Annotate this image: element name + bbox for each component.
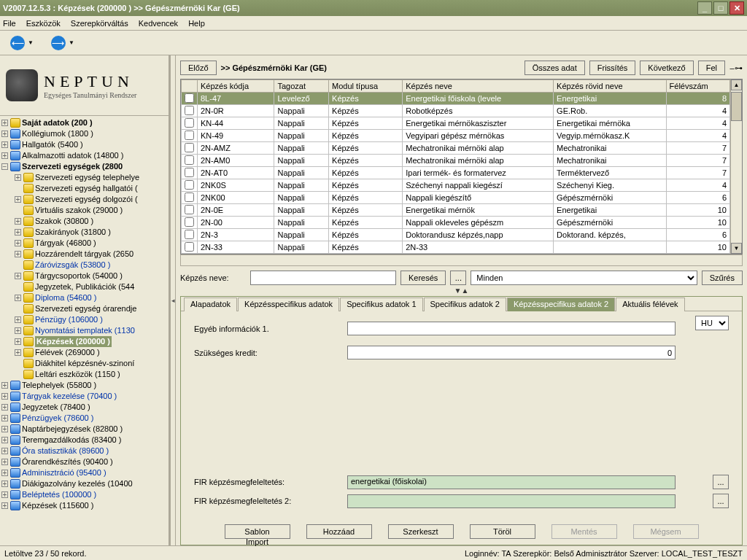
menu-szerepkörváltás[interactable]: Szerepkörváltás (71, 19, 128, 28)
prev-button[interactable]: Előző (180, 61, 217, 75)
tree-twisty-icon[interactable]: + (1, 393, 8, 400)
tree-item[interactable]: +Tárgycsoportok (54000 ) (1, 271, 169, 281)
tree-item[interactable]: Szervezeti egység hallgatói ( (1, 183, 169, 194)
tree-twisty-icon[interactable]: + (15, 218, 21, 225)
menu-kedvencek[interactable]: Kedvencek (139, 19, 178, 28)
tree-item[interactable]: +Képzések (200000 ) (1, 336, 169, 347)
menu-eszközök[interactable]: Eszközök (26, 19, 61, 28)
row-checkbox[interactable] (185, 155, 194, 165)
tree-item[interactable]: +Beléptetés (100000 ) (1, 489, 169, 500)
scroll-up-icon[interactable]: ▲ (731, 79, 742, 90)
tree-twisty-icon[interactable]: + (15, 295, 21, 301)
minimize-button[interactable]: _ (697, 1, 712, 15)
row-checkbox[interactable] (185, 106, 194, 115)
tree-twisty-icon[interactable]: + (1, 152, 8, 159)
menu-file[interactable]: File (3, 19, 16, 28)
tree-item[interactable]: +Tárgyak kezelése (70400 ) (1, 391, 169, 402)
tree-item[interactable]: +Órarendkészítés (90400 ) (1, 456, 169, 467)
tree-item[interactable]: +Diploma (54600 ) (1, 292, 169, 303)
tree-item[interactable]: +Pénzügyek (78600 ) (1, 413, 169, 424)
tree-item[interactable]: Diákhitel képzésnév-szinoní (1, 358, 169, 369)
table-row[interactable]: 2N-AMZNappaliKépzésMechatronikai mérnöki… (182, 142, 730, 155)
tab[interactable]: Alapadatok (184, 298, 237, 311)
up-button[interactable]: Fel (698, 61, 725, 75)
tree-item[interactable]: Jegyzetek, Publikációk (544 (1, 281, 169, 292)
row-checkbox[interactable] (185, 230, 194, 239)
tree-twisty-icon[interactable]: + (1, 491, 8, 498)
credit-input[interactable] (347, 346, 676, 359)
tree-item[interactable]: +Kollégiumok (1800 ) (1, 128, 169, 139)
grid-col-header[interactable]: Félévszám (666, 80, 729, 93)
grid-col-header[interactable] (182, 80, 198, 93)
tree-item[interactable]: +Alkalmazotti adatok (14800 ) (1, 150, 169, 161)
search-button[interactable]: Keresés (400, 271, 446, 285)
tree-twisty-icon[interactable]: + (15, 327, 21, 334)
tree-item[interactable]: +Telephelyek (55800 ) (1, 380, 169, 391)
table-row[interactable]: 2N-00NappaliKépzésNappali okleveles gépé… (182, 217, 730, 229)
tree-twisty-icon[interactable]: + (15, 273, 21, 279)
fir2-browse-button[interactable]: ... (713, 494, 729, 508)
tree-twisty-icon[interactable]: + (1, 131, 8, 137)
tree-twisty-icon[interactable]: + (1, 426, 8, 432)
tree-item[interactable]: +Óra statisztikák (89600 ) (1, 446, 169, 456)
row-checkbox[interactable] (185, 131, 194, 140)
tree-item[interactable]: +Jegyzetek (78400 ) (1, 402, 169, 413)
tree-item[interactable]: +Hallgatók (5400 ) (1, 139, 169, 150)
grid-col-header[interactable]: Képzés neve (403, 80, 554, 93)
tree-twisty-icon[interactable]: + (15, 174, 21, 181)
tree-twisty-icon[interactable]: + (15, 229, 21, 236)
tree-twisty-icon[interactable]: + (15, 240, 21, 246)
tree-twisty-icon[interactable]: + (1, 120, 8, 126)
tab[interactable]: Képzésspecifikus adatok (238, 298, 339, 311)
tree-item[interactable]: +Teremgazdálkodás (83400 ) (1, 435, 169, 446)
table-row[interactable]: 2N-0ENappaliKépzésEnergetikai mérnökEner… (182, 204, 730, 217)
scroll-down-icon[interactable]: ▼ (731, 243, 742, 254)
tree-twisty-icon[interactable]: + (1, 502, 8, 509)
fir1-browse-button[interactable]: ... (713, 475, 729, 489)
grid-table[interactable]: Képzés kódjaTagozatModul típusaKépzés ne… (181, 79, 730, 254)
table-row[interactable]: 2NK00NappaliKépzésNappali kiegészítőGépé… (182, 192, 730, 204)
tab[interactable]: Specifikus adatok 1 (340, 298, 422, 311)
tree-twisty-icon[interactable]: + (15, 316, 21, 323)
refresh-button[interactable]: Frissítés (589, 61, 636, 75)
tree-twisty-icon[interactable]: + (15, 338, 21, 345)
grid-col-header[interactable]: Képzés kódja (198, 80, 274, 93)
row-checkbox[interactable] (185, 205, 194, 214)
tree-twisty-icon[interactable]: + (1, 470, 8, 476)
tab[interactable]: Képzésspecifikus adatok 2 (507, 298, 615, 311)
tree-item[interactable]: +Szervezeti egység dolgozói ( (1, 194, 169, 205)
table-row[interactable]: 8L-47LevelezőKépzésEnergetikai főiskola … (182, 93, 730, 105)
search-more-button[interactable]: ... (450, 271, 466, 285)
tree-item[interactable]: Leltári eszközök (1150 ) (1, 369, 169, 380)
tree-item[interactable]: Szervezeti egység órarendje (1, 303, 169, 314)
grid-hscroll[interactable] (180, 254, 743, 266)
tree-item[interactable]: +Képzések (115600 ) (1, 500, 169, 511)
tree-twisty-icon[interactable]: + (1, 459, 8, 465)
grid-vscroll[interactable]: ▲ ▼ (730, 79, 742, 254)
tree-item[interactable]: +Saját adatok (200 ) (1, 117, 169, 128)
tree-item[interactable]: +Szervezeti egység telephelye (1, 172, 169, 183)
scroll-thumb[interactable] (731, 92, 742, 121)
all-data-button[interactable]: Összes adat (525, 61, 585, 75)
nav-forward-dd[interactable]: ▼ (69, 39, 74, 46)
filter-button[interactable]: Szűrés (702, 271, 743, 285)
tree-twisty-icon[interactable]: + (15, 251, 21, 257)
table-row[interactable]: KN-44NappaliKépzésEnergetikai mérnökaszi… (182, 117, 730, 130)
next-button[interactable]: Következő (640, 61, 693, 75)
action-töröl[interactable]: Töröl (470, 524, 535, 539)
tree-twisty-icon[interactable]: + (1, 437, 8, 443)
separator-handle[interactable]: ▼▲ (180, 287, 743, 295)
tree-twisty-icon[interactable]: + (1, 404, 8, 411)
tree-item[interactable]: +Hozzárendelt tárgyak (2650 (1, 249, 169, 260)
info1-input[interactable] (347, 322, 676, 335)
nav-forward-button[interactable]: ⟶ (51, 36, 66, 50)
grid-col-header[interactable]: Képzés rövid neve (554, 80, 666, 93)
tree-item[interactable]: Virtuális szakok (29000 ) (1, 205, 169, 216)
nav-back-button[interactable]: ⟵ (10, 36, 25, 50)
table-row[interactable]: 2N-0RNappaliKépzésRobotképzésGE.Rob.4 (182, 105, 730, 117)
row-checkbox[interactable] (185, 242, 194, 252)
table-row[interactable]: 2N-AT0NappaliKépzésIpari termék- és form… (182, 167, 730, 179)
table-row[interactable]: 2N-33NappaliKépzés2N-3310 (182, 241, 730, 254)
nav-back-dd[interactable]: ▼ (28, 39, 34, 46)
table-row[interactable]: KN-49NappaliKépzésVegyipari gépész mérnö… (182, 130, 730, 142)
